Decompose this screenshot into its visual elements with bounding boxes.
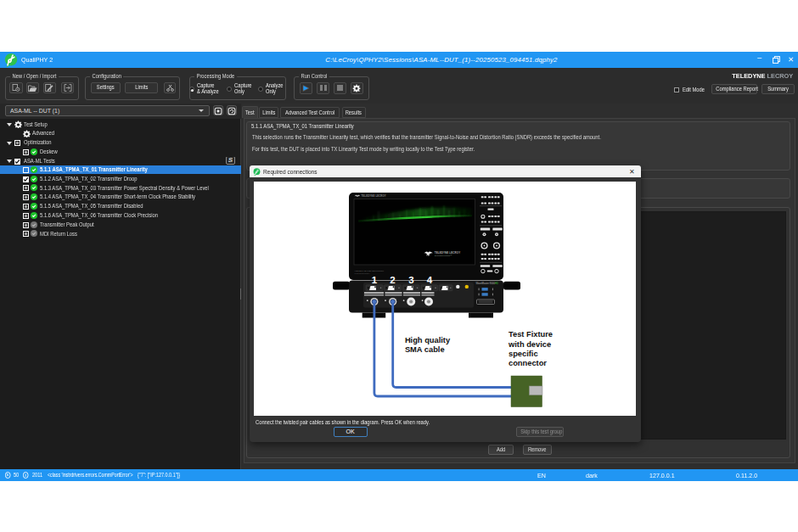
svg-text:High quality: High quality: [405, 336, 451, 344]
svg-text:4: 4: [427, 275, 433, 285]
svg-text:TELEDYNE LECROY: TELEDYNE LECROY: [362, 194, 386, 198]
svg-text:1: 1: [372, 275, 378, 285]
svg-text:First Responder: First Responder: [355, 272, 370, 275]
svg-text:WaveMaster 8000HD: WaveMaster 8000HD: [476, 282, 499, 285]
svg-text:3: 3: [408, 275, 413, 285]
svg-text:specific: specific: [509, 350, 538, 358]
svg-text:2: 2: [390, 275, 395, 285]
svg-text:with device: with device: [508, 340, 551, 349]
svg-text:SMA cable: SMA cable: [405, 345, 445, 354]
svg-text:Everywhereyoulook™: Everywhereyoulook™: [435, 255, 452, 256]
svg-text:Test Fixture: Test Fixture: [509, 330, 553, 339]
svg-text:connector: connector: [509, 359, 547, 367]
